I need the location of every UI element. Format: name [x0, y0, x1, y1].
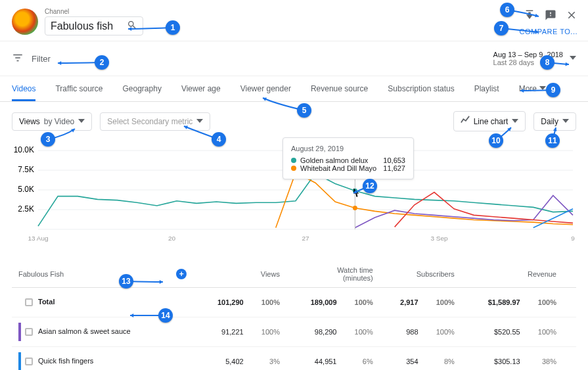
svg-point-16: [353, 206, 357, 210]
filter-label[interactable]: Filter: [32, 54, 51, 64]
row-name: Quick fish fingers: [38, 357, 93, 365]
tab-subscription-status[interactable]: Subscription status: [388, 76, 454, 101]
svg-text:9: 9: [571, 235, 575, 242]
chart-area: 10.0K7.5K5.0K2.5K13 Aug20273 Sep9 August…: [0, 141, 588, 261]
download-icon[interactable]: [524, 9, 535, 23]
table-row[interactable]: Total101,290100%189,009100%2,917100%$1,5…: [12, 288, 576, 317]
table-title: Fabulous Fish: [18, 270, 64, 278]
top-actions: [524, 9, 577, 23]
tab-geography[interactable]: Geography: [123, 76, 162, 101]
col-views[interactable]: Views: [193, 261, 286, 288]
chevron-down-icon: [539, 84, 546, 93]
tab-more[interactable]: More: [519, 76, 546, 101]
callout-12: 12: [363, 179, 377, 193]
checkbox[interactable]: [25, 328, 33, 336]
primary-metric-dropdown[interactable]: Views by Video: [12, 112, 92, 131]
col-watch-time-minutes-[interactable]: Watch time (minutes): [286, 261, 380, 288]
tooltip-row: Golden salmon delux10,653: [291, 156, 405, 164]
search-icon[interactable]: [127, 20, 137, 32]
svg-text:7.5K: 7.5K: [18, 165, 34, 174]
col-subscribers[interactable]: Subscribers: [380, 261, 461, 288]
svg-text:20: 20: [168, 235, 176, 242]
callout-14: 14: [158, 308, 173, 323]
callout-13: 13: [119, 274, 133, 289]
granularity-label: Daily: [541, 117, 558, 126]
secondary-metric-dropdown[interactable]: Select Secondary metric: [100, 112, 210, 131]
callout-7: 7: [494, 21, 509, 35]
checkbox[interactable]: [25, 358, 33, 365]
filter-icon[interactable]: [12, 52, 24, 66]
tooltip-date: August 29, 2019: [291, 145, 405, 152]
callout-4: 4: [212, 132, 226, 147]
data-table: Fabulous Fish+ViewsWatch time (minutes)S…: [12, 261, 576, 370]
callout-9: 9: [546, 83, 560, 97]
svg-text:2.5K: 2.5K: [18, 204, 34, 214]
chevron-down-icon: [78, 117, 85, 126]
compare-button[interactable]: COMPARE TO...: [520, 28, 577, 35]
svg-text:27: 27: [302, 235, 309, 242]
svg-text:10.0K: 10.0K: [14, 145, 34, 154]
channel-block: Channel Fabulous fish: [45, 8, 143, 35]
data-table-wrap: Fabulous Fish+ViewsWatch time (minutes)S…: [0, 261, 588, 370]
callout-5: 5: [297, 103, 311, 118]
add-column-button[interactable]: +: [176, 269, 187, 279]
table-row[interactable]: Quick fish fingers5,4023%44,9516%3548%$3…: [12, 347, 576, 371]
callout-10: 10: [489, 133, 503, 148]
callout-6: 6: [500, 3, 514, 17]
channel-search[interactable]: Fabulous fish: [45, 16, 143, 35]
checkbox[interactable]: [25, 298, 33, 306]
tab-playlist[interactable]: Playlist: [474, 76, 499, 101]
col-revenue[interactable]: Revenue: [461, 261, 563, 288]
tab-videos[interactable]: Videos: [12, 76, 35, 101]
table-row[interactable]: Asian salmon & sweet sauce91,221100%98,2…: [12, 317, 576, 347]
secondary-metric: Select Secondary metric: [107, 117, 192, 126]
line-chart-icon: [461, 116, 470, 127]
callout-8: 8: [540, 55, 554, 70]
primary-metric: Views: [19, 117, 40, 126]
metric-tabs: VideosTraffic sourceGeographyViewer ageV…: [0, 76, 588, 102]
filterbar: Filter Aug 13 – Sep 9, 2018 Last 28 days: [0, 41, 588, 76]
callout-1: 1: [166, 20, 180, 35]
chevron-down-icon: [562, 117, 569, 126]
callout-2: 2: [95, 55, 109, 70]
chevron-down-icon: [196, 117, 203, 126]
feedback-icon[interactable]: [545, 9, 556, 23]
chart-type-dropdown[interactable]: Line chart: [453, 111, 526, 131]
channel-name: Fabulous fish: [51, 20, 127, 32]
tab-revenue-source[interactable]: Revenue source: [311, 76, 368, 101]
channel-avatar[interactable]: [12, 9, 38, 35]
daterange-picker[interactable]: Aug 13 – Sep 9, 2018 Last 28 days: [493, 51, 576, 66]
granularity-dropdown[interactable]: Daily: [533, 112, 576, 131]
channel-label: Channel: [45, 8, 143, 15]
callout-3: 3: [41, 132, 55, 147]
tab-viewer-age[interactable]: Viewer age: [181, 76, 221, 101]
chevron-down-icon: [512, 117, 518, 126]
tab-traffic-source[interactable]: Traffic source: [55, 76, 102, 101]
tab-viewer-gender[interactable]: Viewer gender: [240, 76, 291, 101]
row-name: Asian salmon & sweet sauce: [38, 327, 131, 335]
row-name: Total: [38, 298, 55, 306]
chevron-down-icon: [570, 54, 576, 63]
svg-text:13 Aug: 13 Aug: [28, 235, 48, 242]
close-icon[interactable]: [566, 9, 577, 23]
chart-tooltip: August 29, 2019 Golden salmon delux10,65…: [283, 137, 414, 179]
chart-type-label: Line chart: [474, 117, 509, 126]
callout-11: 11: [545, 133, 560, 148]
svg-text:5.0K: 5.0K: [18, 185, 34, 194]
tooltip-row: Whitebait And Dill Mayo11,627: [291, 164, 405, 172]
svg-text:3 Sep: 3 Sep: [430, 235, 448, 242]
